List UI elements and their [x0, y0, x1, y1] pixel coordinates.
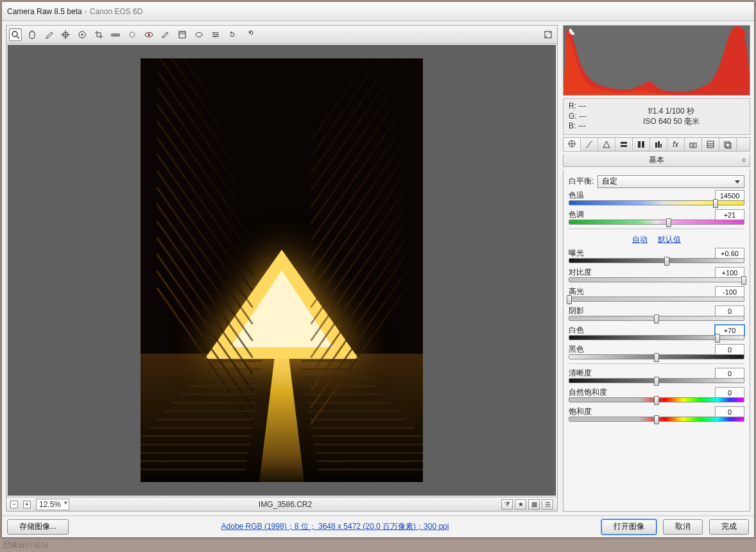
tab-split[interactable]	[633, 138, 650, 151]
straighten-icon[interactable]	[109, 28, 122, 41]
wb-row: 白平衡: 自定	[569, 176, 744, 187]
rotate-ccw-icon[interactable]	[226, 28, 239, 41]
input-contrast[interactable]	[715, 267, 744, 278]
label-vibrance: 自然饱和度	[569, 387, 607, 398]
histogram[interactable]	[563, 25, 750, 96]
slider-tint[interactable]	[569, 220, 744, 225]
tab-fx[interactable]: fx	[667, 138, 685, 151]
slider-temp[interactable]	[569, 200, 744, 205]
slider-shadows[interactable]	[569, 316, 744, 321]
filmstrip-controls: ⧩ ★ ▦ ☰	[501, 499, 553, 510]
label-temp: 色温	[569, 190, 584, 201]
wb-select[interactable]: 自定	[597, 175, 744, 188]
slider-saturation[interactable]	[569, 417, 744, 422]
viewer-statusbar: − + 12.5% IMG_3586.CR2 ⧩ ★ ▦ ☰	[6, 497, 557, 511]
zoom-value: 12.5%	[39, 500, 61, 509]
fullscreen-icon[interactable]	[542, 28, 554, 41]
menu-icon[interactable]: ☰	[542, 499, 553, 510]
toolbar	[6, 26, 557, 44]
svg-rect-35	[707, 141, 714, 148]
workflow-link[interactable]: Adobe RGB (1998)；8 位； 3648 x 5472 (20.0 …	[221, 522, 449, 531]
adjustment-brush-icon[interactable]	[159, 28, 172, 41]
slider-whites[interactable]	[569, 335, 744, 340]
radial-filter-icon[interactable]	[193, 28, 205, 41]
input-highlights[interactable]	[715, 286, 744, 297]
tab-hsl[interactable]	[615, 138, 633, 151]
thumbnails-icon[interactable]: ▦	[528, 499, 540, 510]
svg-rect-29	[655, 142, 657, 148]
input-clarity[interactable]	[715, 368, 744, 379]
eyedropper-icon[interactable]	[42, 28, 55, 41]
slider-highlights[interactable]	[569, 297, 744, 302]
tab-basic[interactable]	[563, 138, 581, 151]
label-blacks: 黑色	[569, 344, 584, 355]
save-image-button[interactable]: 存储图像...	[7, 519, 69, 535]
label-clarity: 清晰度	[569, 368, 592, 379]
exif-readout: f/1.4 1/100 秒 ISO 640 50 毫米	[598, 106, 744, 128]
tab-camera[interactable]	[685, 138, 702, 151]
svg-point-16	[196, 32, 202, 37]
input-vibrance[interactable]	[715, 387, 744, 398]
input-temp[interactable]	[715, 190, 744, 201]
title-sep: -	[85, 7, 87, 16]
done-button[interactable]: 完成	[709, 519, 749, 535]
input-shadows[interactable]	[715, 306, 744, 316]
crop-icon[interactable]	[92, 28, 105, 41]
label-contrast: 对比度	[569, 267, 592, 278]
auto-link[interactable]: 自动	[632, 235, 648, 244]
svg-point-21	[216, 34, 218, 35]
filter-icon[interactable]: ⧩	[501, 499, 513, 510]
redeye-icon[interactable]	[142, 28, 155, 41]
tab-presets[interactable]	[702, 138, 719, 151]
cancel-label: 取消	[675, 521, 691, 532]
svg-rect-31	[660, 144, 662, 148]
input-blacks[interactable]	[715, 344, 744, 355]
default-link[interactable]: 默认值	[658, 235, 681, 244]
image-viewer[interactable]: /* generated below via JS */	[8, 45, 556, 496]
svg-rect-28	[642, 141, 644, 148]
titlebar: Camera Raw 8.5 beta - Canon EOS 6D	[2, 2, 754, 21]
tab-curve[interactable]	[581, 138, 598, 151]
tab-lens[interactable]	[650, 138, 667, 151]
slider-contrast[interactable]	[569, 277, 744, 282]
graduated-filter-icon[interactable]	[176, 28, 189, 41]
readout-b: B: ---	[569, 121, 587, 132]
zoom-select[interactable]: 12.5%	[36, 499, 69, 510]
svg-point-6	[82, 33, 83, 35]
svg-point-11	[130, 32, 135, 37]
cancel-button[interactable]: 取消	[663, 519, 703, 535]
tab-snapshots[interactable]	[719, 138, 737, 151]
panel-menu-icon[interactable]: ≡	[742, 157, 746, 164]
input-exposure[interactable]	[715, 248, 744, 259]
preview-image: /* generated below via JS */	[141, 58, 423, 482]
input-tint[interactable]	[715, 209, 744, 220]
slider-blacks[interactable]	[569, 354, 744, 359]
color-sampler-icon[interactable]	[59, 28, 72, 41]
zoom-in-icon[interactable]: +	[23, 501, 31, 508]
svg-rect-39	[726, 143, 731, 148]
metadata-panel: R: --- G: --- B: --- f/1.4 1/100 秒 ISO 6…	[563, 98, 750, 135]
svg-rect-38	[725, 142, 730, 147]
preferences-icon[interactable]	[209, 28, 222, 41]
open-image-button[interactable]: 打开图像	[601, 519, 657, 535]
zoom-out-icon[interactable]: −	[10, 501, 18, 508]
slider-vibrance[interactable]	[569, 397, 744, 402]
app-title: Camera Raw 8.5 beta	[7, 7, 82, 16]
rgb-readout: R: --- G: --- B: ---	[569, 101, 587, 132]
slider-exposure[interactable]	[569, 258, 744, 263]
targeted-adjust-icon[interactable]	[76, 28, 89, 41]
svg-point-0	[12, 31, 17, 37]
zoom-icon[interactable]	[9, 28, 22, 41]
slider-clarity[interactable]	[569, 378, 744, 383]
tab-detail[interactable]	[598, 138, 615, 151]
readout-r: R: ---	[569, 101, 587, 112]
spot-removal-icon[interactable]	[126, 28, 139, 41]
hand-icon[interactable]	[26, 28, 39, 41]
rotate-cw-icon[interactable]	[243, 28, 255, 41]
rating-icon[interactable]: ★	[515, 499, 526, 510]
input-saturation[interactable]	[715, 406, 744, 417]
footer-forum: 思缘设计论坛	[3, 540, 49, 549]
svg-point-20	[213, 32, 214, 33]
svg-rect-25	[621, 142, 627, 144]
footer-site: WWW.MISSYUAN.COM	[56, 542, 126, 549]
